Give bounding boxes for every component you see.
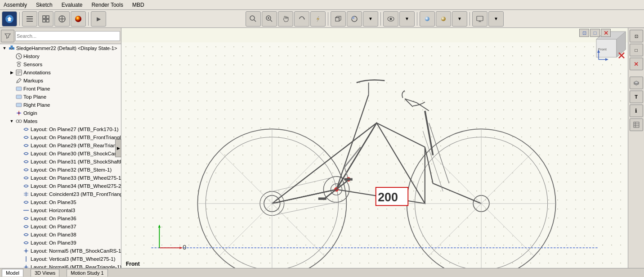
tree-item-front-plane[interactable]: Front Plane [0, 85, 121, 93]
menu-item-assembly[interactable]: Assembly [2, 1, 29, 9]
mate-icon [22, 126, 30, 133]
tree-item-markups[interactable]: Markups [0, 77, 121, 85]
tree-item-mate-8[interactable]: Layout: Coincident23 (MTB_FrontTriangle-… [0, 190, 121, 198]
bike-drawing: 0 200 [121, 42, 628, 268]
rp-text-button[interactable]: T [630, 91, 643, 103]
filter-button[interactable] [1, 30, 14, 42]
origin-label: Origin [23, 110, 37, 116]
display-style-button[interactable]: ▼ [363, 11, 378, 27]
menu-item-sketch[interactable]: Sketch [34, 1, 54, 9]
svg-rect-42 [16, 103, 22, 107]
menu-item-evaluate[interactable]: Evaluate [60, 1, 85, 9]
tree-item-mate-16[interactable]: Layout: Vertical3 (MTB_Wheel275-1) [0, 255, 121, 263]
zoom-button[interactable] [262, 11, 277, 27]
tree-item-mate-17[interactable]: Layout: Normal6 (MTB_RearTriangle-1) [0, 263, 121, 268]
rp-close-button[interactable]: ✕ [630, 58, 643, 70]
tree-root-item[interactable]: ▼ SledgeHammer22 (Default) <Display Stat… [0, 44, 121, 52]
svg-rect-1 [27, 16, 33, 17]
collapse-left-button[interactable]: ▶ [91, 11, 106, 27]
rp-restore-button[interactable]: □ [630, 44, 643, 56]
mate-icon-5 [22, 166, 30, 173]
svg-rect-7 [46, 19, 49, 22]
tree-item-mate-6[interactable]: Layout: On Plane33 (MTB_Wheel275-1) [0, 174, 121, 182]
svg-marker-109 [158, 224, 161, 227]
markups-label: Markups [23, 78, 43, 83]
svg-marker-107 [179, 247, 183, 249]
tree-item-origin[interactable]: Origin [0, 109, 121, 117]
tab-model[interactable]: Model [2, 269, 23, 277]
rp-table-button[interactable] [630, 118, 643, 131]
monitor-options-button[interactable]: ▼ [488, 11, 504, 27]
hide-show-button[interactable] [383, 11, 398, 27]
view-mode-button[interactable] [347, 11, 362, 27]
menu-item-mbd[interactable]: MBD [130, 1, 146, 9]
tree-item-mate-15[interactable]: Layout: Normal5 (MTB_ShockCanRS-1) [0, 247, 121, 255]
tree-item-mate-9[interactable]: Layout: On Plane35 [0, 198, 121, 206]
view-options-button[interactable]: ▼ [399, 11, 415, 27]
color-globe-button[interactable] [71, 11, 86, 27]
tree-item-right-plane[interactable]: Right Plane [0, 101, 121, 109]
tree-item-mate-4[interactable]: Layout: On Plane31 (MTB_ShockShaftRS-1) [0, 158, 121, 166]
render-button[interactable] [436, 11, 451, 27]
tree-item-mate-13[interactable]: Layout: On Plane38 [0, 231, 121, 239]
tree-item-mate-14[interactable]: Layout: On Plane39 [0, 239, 121, 247]
search-button[interactable] [246, 11, 261, 27]
svg-line-65 [272, 202, 336, 216]
mate-label-0: Layout: On Plane27 (MTB_Fork170-1) [31, 127, 119, 132]
rp-expand-button[interactable]: ⊡ [630, 30, 643, 42]
tree-item-mate-0[interactable]: Layout: On Plane27 (MTB_Fork170-1) [0, 125, 121, 133]
collapse-panel-button[interactable]: ▶ [115, 139, 121, 157]
root-item-label: SledgeHammer22 (Default) <Display State-… [16, 45, 117, 51]
tab-3d-views[interactable]: 3D Views [31, 269, 59, 277]
lightning-button[interactable] [310, 11, 326, 27]
grid-view-button[interactable] [38, 11, 54, 27]
3d-view-button[interactable] [331, 11, 346, 27]
mate-label-8: Layout: Coincident23 (MTB_FrontTriangle-… [31, 191, 121, 197]
toolbar-sep-1 [19, 12, 20, 26]
rp-layers-button[interactable] [630, 77, 643, 89]
svg-rect-29 [11, 45, 13, 48]
svg-point-25 [441, 17, 446, 21]
tree-item-mate-10[interactable]: Layout: Horizontal3 [0, 206, 121, 214]
history-icon [15, 53, 22, 60]
monitor-button[interactable] [472, 11, 487, 27]
tree-item-mates[interactable]: ▼ Mates [0, 117, 121, 125]
tree-search-input[interactable] [15, 31, 120, 41]
svg-rect-26 [477, 16, 483, 21]
tree-item-sensors[interactable]: Sensors [0, 60, 121, 68]
list-view-button[interactable] [22, 11, 37, 27]
mates-label: Mates [23, 118, 37, 124]
tree-item-mate-12[interactable]: Layout: On Plane37 [0, 223, 121, 231]
right-panel: ⊡ □ ✕ T ℹ [628, 28, 644, 268]
tree-item-mate-7[interactable]: Layout: On Plane34 (MTB_Wheel275-2) [0, 182, 121, 190]
tree-item-top-plane[interactable]: Top Plane [0, 93, 121, 101]
edit-appearance-button[interactable] [420, 11, 435, 27]
svg-text:200: 200 [378, 191, 398, 204]
mate-label-14: Layout: On Plane39 [31, 240, 76, 245]
rotate-button[interactable] [294, 11, 309, 27]
window-maximize-button[interactable]: □ [590, 29, 600, 37]
tree-item-annotations[interactable]: ▶ Annotations [0, 68, 121, 77]
hand-tool-button[interactable] [278, 11, 293, 27]
tree-item-mate-1[interactable]: Layout: On Plane28 (MTB_FrontTriangle-1) [0, 133, 121, 141]
tree-item-mate-11[interactable]: Layout: On Plane36 [0, 214, 121, 223]
menu-item-rendertools[interactable]: Render Tools [89, 1, 125, 9]
svg-line-68 [336, 95, 369, 189]
window-close-button[interactable]: ✕ [601, 29, 611, 37]
render-options-button[interactable]: ▼ [452, 11, 467, 27]
home-button[interactable] [2, 11, 17, 27]
rp-info-button[interactable]: ℹ [630, 104, 643, 117]
tree-item-mate-2[interactable]: Layout: On Plane29 (MTB_RearTriangle-1) [0, 141, 121, 150]
svg-rect-41 [16, 95, 22, 99]
crosshair-button[interactable] [54, 11, 70, 27]
tree-item-mate-5[interactable]: Layout: On Plane32 (MTB_Stem-1) [0, 166, 121, 174]
canvas-area[interactable]: 0 200 Front [121, 42, 628, 268]
window-restore-button[interactable]: ⊡ [579, 29, 589, 37]
mate-icon-16 [22, 255, 30, 263]
expand-icon: ▼ [2, 45, 7, 51]
tab-motion-study[interactable]: Motion Study 1 [67, 269, 107, 277]
mate-label-12: Layout: On Plane37 [31, 224, 76, 229]
svg-line-15 [270, 20, 272, 22]
tree-item-mate-3[interactable]: Layout: On Plane30 (MTB_ShockCanRS-1) [0, 150, 121, 158]
tree-item-history[interactable]: History [0, 52, 121, 60]
